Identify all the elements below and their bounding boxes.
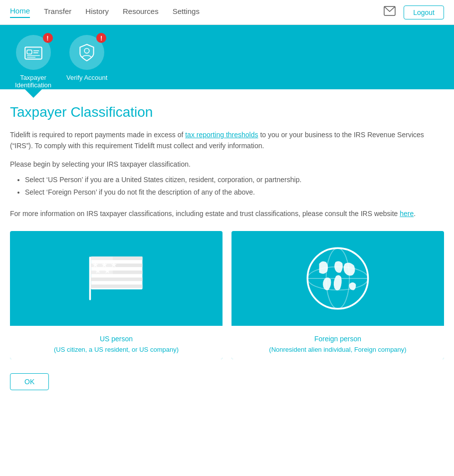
svg-rect-15 [91,284,142,288]
page-title: Taxpayer Classification [10,104,444,120]
foreign-person-label: Foreign person [231,330,444,346]
foreign-person-sublabel: (Nonresident alien individual, Foreign c… [231,346,444,359]
banner-verify-account[interactable]: ! Verify Account [66,35,107,89]
taxpayer-id-label: TaxpayerIdentification [15,74,51,89]
nav-settings[interactable]: Settings [173,7,200,17]
verify-account-icon-wrap: ! [69,35,104,70]
us-flag-svg: ★ ★ ★ ★ ★ [81,243,151,313]
intro-paragraph: Tidelift is required to report payments … [10,129,444,152]
bullet-list: Select ‘US Person’ if you are a United S… [25,174,444,199]
globe-icon [231,231,444,326]
more-info-pre: For more information on IRS taxpayer cla… [10,210,400,218]
mail-icon[interactable] [384,6,396,18]
ok-button[interactable]: OK [10,373,49,390]
nav-right: Logout [384,5,444,19]
main-content: Taxpayer Classification Tidelift is requ… [0,89,454,410]
classification-cards: ★ ★ ★ ★ ★ US person (US citizen, a US re… [10,231,444,359]
us-person-card[interactable]: ★ ★ ★ ★ ★ US person (US citizen, a US re… [10,231,223,359]
banner-taxpayer-id[interactable]: ! TaxpayerIdentification [15,35,51,89]
svg-text:★ ★: ★ ★ [94,266,110,275]
nav-links: Home Transfer History Resources Settings [10,6,384,18]
more-info-paragraph: For more information on IRS taxpayer cla… [10,208,444,219]
svg-point-7 [84,48,89,53]
intro-pre: Tidelift is required to report payments … [10,131,185,139]
globe-svg [303,243,373,313]
nav-transfer[interactable]: Transfer [44,7,71,17]
us-person-sublabel: (US citizen, a US resident, or US compan… [10,346,223,359]
us-flag-icon: ★ ★ ★ ★ ★ [10,231,223,326]
nav-resources[interactable]: Resources [123,7,159,17]
nav-home[interactable]: Home [10,6,30,18]
banner: ! TaxpayerIdentification ! Verify Acco [0,25,454,89]
more-info-suf: . [414,210,416,218]
user-shield-icon [77,42,97,62]
taxpayer-id-alert: ! [43,33,53,43]
irs-website-link[interactable]: here [400,210,414,218]
instructions-text: Please begin by selecting your IRS taxpa… [10,159,444,170]
taxpayer-id-icon-wrap: ! [16,35,51,70]
id-card-icon [23,42,43,62]
verify-account-alert: ! [96,33,106,43]
bullet-us-person: Select ‘US Person’ if you are a United S… [25,174,444,186]
logout-button[interactable]: Logout [404,5,444,19]
tax-thresholds-link[interactable]: tax reporting thresholds [185,131,258,139]
svg-rect-8 [89,256,91,300]
svg-rect-2 [27,50,32,54]
us-person-label: US person [10,330,223,346]
main-nav: Home Transfer History Resources Settings… [0,0,454,25]
verify-account-label: Verify Account [66,74,107,81]
nav-history[interactable]: History [85,7,109,17]
svg-rect-14 [91,277,142,281]
foreign-person-card[interactable]: Foreign person (Nonresident alien indivi… [231,231,444,359]
bullet-foreign-person: Select ‘Foreign Person’ if you do not fi… [25,186,444,199]
